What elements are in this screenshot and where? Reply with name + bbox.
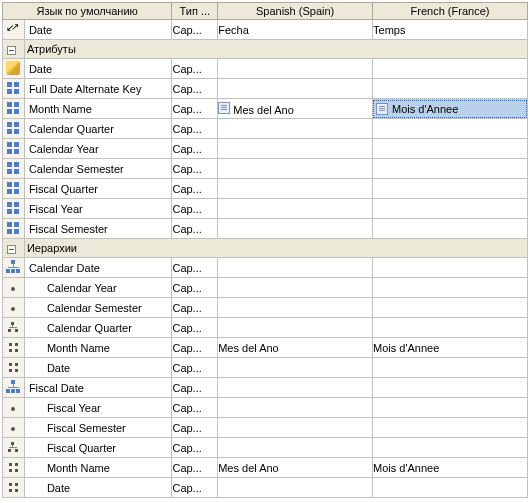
col-spanish[interactable]: Spanish (Spain) xyxy=(218,3,373,20)
level-type[interactable]: Cap... xyxy=(172,398,218,418)
attribute-spanish[interactable] xyxy=(218,199,373,219)
attribute-type[interactable]: Cap... xyxy=(172,119,218,139)
attribute-name: Full Date Alternate Key xyxy=(25,83,142,95)
level-french[interactable] xyxy=(373,278,528,298)
collapse-icon[interactable]: − xyxy=(7,46,16,55)
attribute-type[interactable]: Cap... xyxy=(172,199,218,219)
level-french[interactable] xyxy=(373,298,528,318)
level-row[interactable]: Fiscal QuarterCap... xyxy=(3,438,528,458)
attribute-french[interactable] xyxy=(373,59,528,79)
attribute-row[interactable]: Fiscal SemesterCap... xyxy=(3,219,528,239)
level-french[interactable]: Mois d'Annee xyxy=(373,338,528,358)
hierarchy-row[interactable]: Fiscal DateCap... xyxy=(3,378,528,398)
dimension-french[interactable]: Temps xyxy=(373,20,528,40)
attribute-spanish[interactable] xyxy=(218,79,373,99)
hierarchy-spanish[interactable] xyxy=(218,378,373,398)
attribute-type[interactable]: Cap... xyxy=(172,219,218,239)
level-row[interactable]: Fiscal YearCap... xyxy=(3,398,528,418)
attribute-type[interactable]: Cap... xyxy=(172,159,218,179)
attribute-row[interactable]: Calendar YearCap... xyxy=(3,139,528,159)
level-type[interactable]: Cap... xyxy=(172,418,218,438)
level-french[interactable] xyxy=(373,318,528,338)
attribute-spanish[interactable] xyxy=(218,119,373,139)
attribute-french[interactable]: Mois d'Annee xyxy=(373,99,528,119)
attribute-row[interactable]: Month NameCap... Mes del AnoMois d'Annee xyxy=(3,99,528,119)
category-hierarchies[interactable]: − Иерархии xyxy=(3,239,528,258)
hierarchy-type[interactable]: Cap... xyxy=(172,378,218,398)
attribute-spanish[interactable] xyxy=(218,159,373,179)
collapse-icon[interactable]: − xyxy=(7,245,16,254)
level-french[interactable] xyxy=(373,438,528,458)
attribute-row[interactable]: DateCap... xyxy=(3,59,528,79)
level-type[interactable]: Cap... xyxy=(172,338,218,358)
hierarchy-french[interactable] xyxy=(373,258,528,278)
attribute-row[interactable]: Calendar QuarterCap... xyxy=(3,119,528,139)
col-default-lang[interactable]: Язык по умолчанию xyxy=(3,3,172,20)
col-french[interactable]: French (France) xyxy=(373,3,528,20)
level-french[interactable] xyxy=(373,418,528,438)
hierarchy-french[interactable] xyxy=(373,378,528,398)
level-type[interactable]: Cap... xyxy=(172,278,218,298)
level-row[interactable]: DateCap... xyxy=(3,478,528,498)
level-french[interactable] xyxy=(373,398,528,418)
level-spanish[interactable] xyxy=(218,318,373,338)
dimension-row[interactable]: Date Cap... Fecha Temps xyxy=(3,20,528,40)
level-french[interactable] xyxy=(373,478,528,498)
attribute-row[interactable]: Fiscal QuarterCap... xyxy=(3,179,528,199)
level-spanish[interactable] xyxy=(218,418,373,438)
attribute-type[interactable]: Cap... xyxy=(172,99,218,119)
dimension-type[interactable]: Cap... xyxy=(172,20,218,40)
attribute-type[interactable]: Cap... xyxy=(172,59,218,79)
attribute-french[interactable] xyxy=(373,119,528,139)
level-row[interactable]: Calendar QuarterCap... xyxy=(3,318,528,338)
attribute-french[interactable] xyxy=(373,219,528,239)
category-attributes[interactable]: − Атрибуты xyxy=(3,40,528,59)
level-type[interactable]: Cap... xyxy=(172,478,218,498)
hierarchy-spanish[interactable] xyxy=(218,258,373,278)
attribute-spanish[interactable] xyxy=(218,179,373,199)
level-spanish[interactable] xyxy=(218,438,373,458)
level-row[interactable]: DateCap... xyxy=(3,358,528,378)
attribute-spanish[interactable] xyxy=(218,219,373,239)
attribute-spanish[interactable] xyxy=(218,59,373,79)
hierarchy-icon xyxy=(6,380,20,393)
attribute-french[interactable] xyxy=(373,159,528,179)
level-spanish[interactable] xyxy=(218,398,373,418)
attribute-french[interactable] xyxy=(373,179,528,199)
level-row[interactable]: Month NameCap...Mes del AnoMois d'Annee xyxy=(3,338,528,358)
level-row[interactable]: Calendar SemesterCap... xyxy=(3,298,528,318)
attribute-type[interactable]: Cap... xyxy=(172,139,218,159)
level-type[interactable]: Cap... xyxy=(172,298,218,318)
attribute-spanish[interactable]: Mes del Ano xyxy=(218,99,373,119)
level-row[interactable]: Fiscal SemesterCap... xyxy=(3,418,528,438)
level-type[interactable]: Cap... xyxy=(172,318,218,338)
category-hierarchies-label: Иерархии xyxy=(24,239,527,258)
attribute-type[interactable]: Cap... xyxy=(172,179,218,199)
level-spanish[interactable] xyxy=(218,298,373,318)
level-type[interactable]: Cap... xyxy=(172,438,218,458)
level-french[interactable] xyxy=(373,358,528,378)
level-spanish[interactable] xyxy=(218,478,373,498)
attribute-row[interactable]: Full Date Alternate KeyCap... xyxy=(3,79,528,99)
level-type[interactable]: Cap... xyxy=(172,458,218,478)
level-type[interactable]: Cap... xyxy=(172,358,218,378)
col-type[interactable]: Тип ... xyxy=(172,3,218,20)
hierarchy-row[interactable]: Calendar DateCap... xyxy=(3,258,528,278)
attribute-spanish[interactable] xyxy=(218,139,373,159)
attribute-row[interactable]: Calendar SemesterCap... xyxy=(3,159,528,179)
attribute-french[interactable] xyxy=(373,199,528,219)
level-spanish[interactable]: Mes del Ano xyxy=(218,338,373,358)
hierarchy-type[interactable]: Cap... xyxy=(172,258,218,278)
attribute-french[interactable] xyxy=(373,139,528,159)
attribute-row[interactable]: Fiscal YearCap... xyxy=(3,199,528,219)
level-spanish[interactable]: Mes del Ano xyxy=(218,458,373,478)
level-row[interactable]: Month NameCap...Mes del AnoMois d'Annee xyxy=(3,458,528,478)
attribute-french[interactable] xyxy=(373,79,528,99)
level-row[interactable]: Calendar YearCap... xyxy=(3,278,528,298)
translation-grid[interactable]: Язык по умолчанию Тип ... Spanish (Spain… xyxy=(2,2,528,498)
level-spanish[interactable] xyxy=(218,358,373,378)
level-french[interactable]: Mois d'Annee xyxy=(373,458,528,478)
dimension-spanish[interactable]: Fecha xyxy=(218,20,373,40)
level-spanish[interactable] xyxy=(218,278,373,298)
attribute-type[interactable]: Cap... xyxy=(172,79,218,99)
